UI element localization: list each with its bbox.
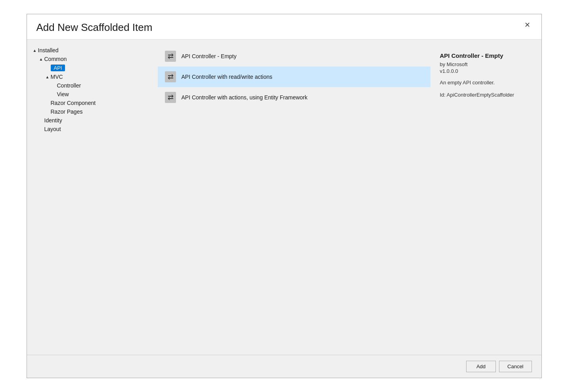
desc-version: v1.0.0.0 bbox=[440, 68, 532, 74]
template-name: API Controller - Empty bbox=[182, 53, 237, 59]
sidebar-item-api[interactable]: API bbox=[27, 63, 158, 72]
sidebar-item-common[interactable]: ▲ Common bbox=[27, 55, 158, 63]
sidebar-item-label-badge: API bbox=[51, 65, 65, 71]
sidebar-item-label: Common bbox=[44, 56, 67, 62]
description-panel: API Controller - Empty by Microsoft v1.0… bbox=[430, 46, 541, 348]
svg-text:⇄: ⇄ bbox=[167, 73, 173, 81]
desc-text: An empty API controller. bbox=[440, 80, 532, 86]
dialog-title: Add New Scaffolded Item bbox=[36, 21, 153, 34]
dialog-footer: Add Cancel bbox=[27, 355, 541, 378]
sidebar-item-label: Layout bbox=[44, 126, 61, 132]
template-name: API Controller with read/write actions bbox=[182, 74, 273, 80]
dialog-body: ▲ Installed ▲ Common API ▲ MVC Controlle… bbox=[27, 40, 541, 355]
sidebar-item-label: MVC bbox=[51, 74, 63, 80]
cancel-button[interactable]: Cancel bbox=[499, 361, 532, 372]
sidebar-item-layout[interactable]: Layout bbox=[27, 125, 158, 133]
dialog-titlebar: Add New Scaffolded Item ✕ bbox=[27, 14, 541, 40]
sidebar-item-view[interactable]: View bbox=[27, 90, 158, 99]
add-button[interactable]: Add bbox=[466, 361, 496, 372]
spacer bbox=[44, 101, 51, 105]
svg-text:⇄: ⇄ bbox=[167, 93, 173, 101]
spacer bbox=[51, 92, 57, 97]
svg-text:⇄: ⇄ bbox=[167, 52, 173, 60]
api-controller-icon: ⇄ bbox=[164, 50, 177, 63]
sidebar: ▲ Installed ▲ Common API ▲ MVC Controlle… bbox=[27, 40, 158, 355]
main-content: ⇄ API Controller - Empty ⇄ API Controlle… bbox=[158, 40, 541, 355]
template-item-api-empty[interactable]: ⇄ API Controller - Empty bbox=[158, 46, 430, 67]
spacer bbox=[44, 66, 51, 70]
close-button[interactable]: ✕ bbox=[523, 21, 532, 29]
sidebar-item-mvc[interactable]: ▲ MVC bbox=[27, 72, 158, 81]
sidebar-item-label: Installed bbox=[38, 47, 59, 53]
spacer bbox=[51, 84, 57, 88]
template-list: ⇄ API Controller - Empty ⇄ API Controlle… bbox=[158, 46, 430, 348]
collapse-arrow-common: ▲ bbox=[38, 57, 44, 61]
template-item-api-ef[interactable]: ⇄ API Controller with actions, using Ent… bbox=[158, 87, 430, 108]
spacer bbox=[44, 110, 51, 114]
collapse-arrow-mvc: ▲ bbox=[44, 75, 51, 79]
sidebar-item-installed[interactable]: ▲ Installed bbox=[27, 46, 158, 55]
sidebar-item-razor-component[interactable]: Razor Component bbox=[27, 99, 158, 107]
sidebar-item-razor-pages[interactable]: Razor Pages bbox=[27, 107, 158, 116]
collapse-arrow-installed: ▲ bbox=[32, 48, 38, 53]
desc-title: API Controller - Empty bbox=[440, 52, 532, 59]
sidebar-item-label: Identity bbox=[44, 117, 62, 124]
sidebar-item-identity[interactable]: Identity bbox=[27, 116, 158, 125]
api-controller-icon: ⇄ bbox=[164, 91, 177, 104]
api-icon-svg: ⇄ bbox=[165, 92, 176, 103]
api-controller-icon: ⇄ bbox=[164, 70, 177, 83]
desc-author: by Microsoft bbox=[440, 61, 532, 67]
template-item-api-readwrite[interactable]: ⇄ API Controller with read/write actions bbox=[158, 67, 430, 87]
sidebar-item-label: View bbox=[57, 91, 69, 97]
api-icon-svg: ⇄ bbox=[165, 71, 176, 82]
sidebar-item-label: Razor Component bbox=[51, 100, 96, 106]
desc-id: Id: ApiControllerEmptyScaffolder bbox=[440, 92, 532, 98]
sidebar-item-label: Razor Pages bbox=[51, 108, 83, 115]
sidebar-item-controller[interactable]: Controller bbox=[27, 81, 158, 90]
add-scaffolded-item-dialog: Add New Scaffolded Item ✕ ▲ Installed ▲ … bbox=[27, 14, 542, 378]
sidebar-item-label: Controller bbox=[57, 82, 81, 89]
template-name: API Controller with actions, using Entit… bbox=[182, 94, 308, 101]
spacer bbox=[38, 118, 44, 123]
api-icon-svg: ⇄ bbox=[165, 51, 176, 62]
spacer bbox=[38, 127, 44, 131]
